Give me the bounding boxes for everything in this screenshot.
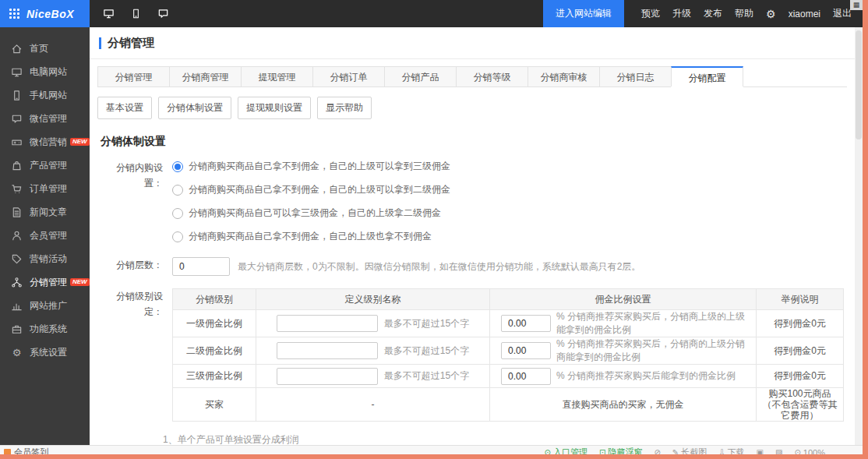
radio-icon[interactable] (172, 208, 183, 219)
tab-distributor-manage[interactable]: 分销商管理 (169, 66, 242, 87)
scrollbar-thumb[interactable] (856, 30, 862, 139)
page-title: 分销管理 (108, 36, 154, 51)
level2-name-input[interactable] (277, 342, 378, 359)
sidebar-item-home[interactable]: 首页 (0, 37, 90, 60)
hide-float-icon: ⊡ (599, 448, 605, 454)
sidebar-item-order-manage[interactable]: 订单管理 (0, 177, 90, 200)
sidebar-item-member-manage[interactable]: 会员管理 (0, 224, 90, 247)
sidebar-item-product-manage[interactable]: 产品管理 (0, 154, 90, 177)
tab-distribution-orders[interactable]: 分销订单 (312, 66, 385, 87)
level3-ratio-input[interactable] (501, 368, 551, 385)
download-tool[interactable]: ⇩下载 (718, 447, 744, 454)
ratio-desc: % 分销商推荐买家购买后，分销商上级的上级能拿到的佣金比例 (556, 310, 753, 337)
tab-distribution-manage[interactable]: 分销管理 (97, 66, 170, 87)
zoom-level-tool[interactable]: ⊙100% (794, 448, 825, 455)
tab-distribution-levels[interactable]: 分销等级 (456, 66, 528, 87)
desktop-preview-icon[interactable] (102, 8, 115, 19)
layers-label: 分销层数： (101, 257, 172, 276)
mobile-preview-icon[interactable] (131, 8, 141, 19)
title-accent-bar (99, 37, 101, 49)
hide-float-tool[interactable]: ⊡隐藏浮窗 (599, 447, 642, 454)
level-setting-label: 分销级别设定： (101, 288, 172, 422)
desktop-icon (11, 66, 23, 78)
radio-icon[interactable] (172, 185, 183, 196)
sidebar-item-mobile-site[interactable]: 手机网站 (0, 83, 90, 107)
chat-preview-icon[interactable] (157, 8, 170, 19)
sidebar-item-pc-site[interactable]: 电脑网站 (0, 60, 90, 83)
long-screenshot-tool[interactable]: ✎长截图 (672, 447, 707, 454)
tab-distribution-config[interactable]: 分销配置 (671, 66, 743, 87)
member-checkin-item[interactable]: 会员签到 (4, 447, 48, 454)
sidebar-item-site-promotion[interactable]: 网站推广 (0, 294, 90, 317)
sidebar-item-wechat-manage[interactable]: 微信管理 (0, 107, 90, 130)
new-badge: NEW (70, 138, 90, 146)
person-icon (11, 230, 23, 242)
briefcase-icon (11, 323, 23, 335)
table-row-level2: 二级佣金比例 最多不可超过15个字 % 分销商推荐买家购买后，分销商的上级分销商… (173, 337, 844, 365)
radio-option-4[interactable]: 分销商购买商品自己拿不到佣金，自己的上级也拿不到佣金 (172, 230, 450, 243)
sidebar-item-distribution-manage[interactable]: 分销管理NEW (0, 270, 90, 294)
shopping-bag-icon (11, 160, 23, 171)
sidebar-item-label: 会员管理 (30, 229, 67, 242)
level3-name-input[interactable] (277, 368, 378, 385)
sidebar-item-label: 微信营销 (30, 136, 67, 149)
enter-site-edit-button[interactable]: 进入网站编辑 (543, 0, 624, 27)
level1-ratio-input[interactable] (501, 315, 551, 332)
basic-settings-button[interactable]: 基本设置 (97, 97, 152, 119)
tab-distribution-logs[interactable]: 分销日志 (599, 66, 672, 87)
disable-tool-icon[interactable]: ⊘ (654, 448, 660, 454)
radio-selected-icon[interactable] (172, 161, 183, 172)
new-badge: NEW (70, 278, 90, 286)
scrollbar-track[interactable] (855, 27, 863, 446)
username[interactable]: xiaomei (789, 9, 820, 19)
split-tool-icon[interactable]: ▨ (775, 448, 782, 454)
table-row-level3: 三级佣金比例 最多不可超过15个字 % 分销商推荐买家购买后能拿到的佣金比例 得… (173, 365, 844, 388)
table-row-buyer: 买家 - 直接购买商品的买家，无佣金 购买100元商品（不包含运费等其它费用） (173, 388, 844, 422)
sidebar-item-news[interactable]: 新闻文章 (0, 200, 90, 224)
radio-option-3[interactable]: 分销商购买商品自己可以拿三级佣金，自己的上级拿二级佣金 (172, 207, 450, 220)
level2-ratio-input[interactable] (501, 342, 551, 359)
level1-name-input[interactable] (277, 315, 378, 332)
logout-link[interactable]: 退出 (833, 7, 852, 20)
sidebar-item-label: 订单管理 (30, 182, 67, 196)
publish-link[interactable]: 发布 (704, 7, 722, 20)
section-heading-system: 分销体制设置 (101, 135, 844, 149)
capture-corner-icon[interactable]: ▦ (850, 0, 863, 10)
radio-icon[interactable] (172, 231, 183, 242)
ratio-desc: % 分销商推荐买家购买后能拿到的佣金比例 (556, 369, 736, 383)
sidebar-item-wechat-marketing[interactable]: 微信营销NEW (0, 130, 90, 154)
upgrade-link[interactable]: 升级 (672, 7, 691, 20)
distribution-system-settings-button[interactable]: 分销体制设置 (158, 97, 231, 119)
withdraw-rules-settings-button[interactable]: 提现规则设置 (238, 97, 311, 119)
table-row-level1: 一级佣金比例 最多不可超过15个字 % 分销商推荐买家购买后，分销商上级的上级能… (173, 310, 844, 337)
sidebar-item-label: 首页 (30, 42, 48, 55)
bar-chart-icon (11, 300, 23, 312)
panel-tool-icon[interactable]: ▣ (757, 448, 764, 454)
sidebar-item-label: 电脑网站 (30, 65, 67, 79)
entry-manage-tool[interactable]: ⊙入口管理 (545, 447, 587, 454)
tag-icon (11, 253, 23, 265)
tab-distributor-review[interactable]: 分销商审核 (528, 66, 600, 87)
layers-input[interactable] (172, 257, 230, 276)
sidebar-item-label: 产品管理 (30, 159, 67, 172)
help-link[interactable]: 帮助 (735, 7, 753, 20)
example-cell: 得到佣金0元 (757, 365, 844, 388)
logo-block[interactable]: NiceBoX (0, 0, 90, 27)
sidebar-item-label: 功能系统 (30, 323, 67, 336)
radio-option-1[interactable]: 分销商购买商品自己拿不到佣金，自己的上级可以拿到三级佣金 (172, 160, 450, 173)
sidebar-item-function-system[interactable]: 功能系统 (0, 317, 90, 341)
apps-grid-icon[interactable] (9, 9, 19, 19)
col-header-ratio: 佣金比例设置 (490, 289, 757, 310)
sidebar-item-marketing-activity[interactable]: 营销活动 (0, 247, 90, 270)
tab-withdraw-manage[interactable]: 提现管理 (241, 66, 313, 87)
preview-link[interactable]: 预览 (641, 7, 660, 20)
mobile-icon (11, 90, 23, 101)
settings-gear-icon[interactable]: ⚙ (766, 8, 776, 20)
radio-option-2[interactable]: 分销商购买商品自己拿不到佣金，自己的上级可以拿到二级佣金 (172, 183, 450, 196)
name-hint: 最多不可超过15个字 (384, 369, 469, 383)
sidebar-item-label: 网站推广 (30, 299, 67, 312)
col-header-level: 分销级别 (173, 289, 256, 310)
tab-distribution-products[interactable]: 分销产品 (384, 66, 457, 87)
show-help-button[interactable]: 显示帮助 (317, 97, 372, 119)
sidebar-item-system-settings[interactable]: ⚙系统设置 (0, 341, 90, 364)
